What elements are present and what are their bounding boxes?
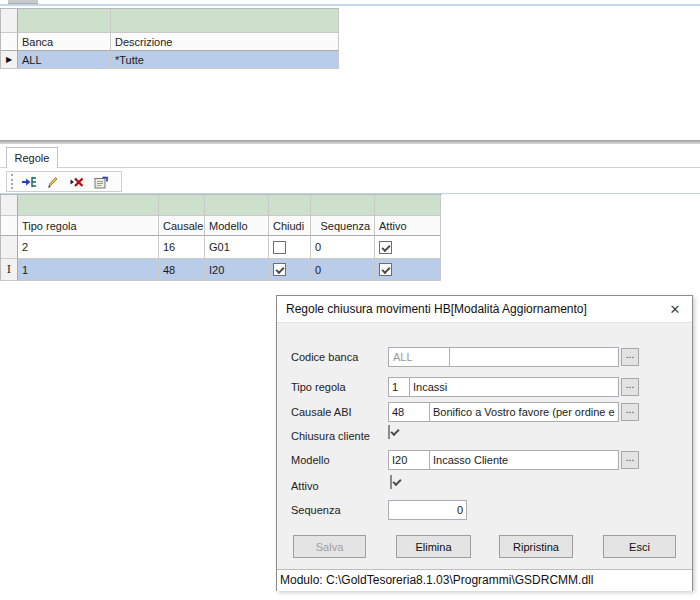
cell-sequenza[interactable]: 0 (311, 259, 375, 281)
toolbar-group (6, 171, 122, 192)
cell-tipo-regola[interactable]: 2 (18, 236, 159, 259)
cell-banca[interactable]: ALL (18, 51, 111, 69)
band-cell (159, 195, 205, 216)
chiudi-checkbox[interactable] (273, 241, 286, 254)
row-header-cell[interactable] (1, 216, 18, 236)
column-header-tipo-regola[interactable]: Tipo regola (18, 216, 159, 236)
cell-modello[interactable]: I20 (205, 259, 269, 281)
causale-abi-label: Causale ABI (291, 406, 352, 418)
codice-banca-code[interactable]: ALL (389, 348, 450, 366)
band-cell (18, 9, 111, 33)
column-header-causale[interactable]: Causale (159, 216, 205, 236)
rules-grid-header-row: Tipo regola Causale Modello Chiudi Seque… (1, 216, 442, 236)
delete-record-icon[interactable] (68, 173, 86, 191)
band-cell (311, 195, 375, 216)
cell-chiudi[interactable] (269, 236, 311, 259)
band-cell (205, 195, 269, 216)
row-selector-cell[interactable] (1, 236, 18, 259)
tipo-regola-label: Tipo regola (291, 381, 346, 393)
chiusura-cliente-checkbox[interactable] (388, 425, 390, 439)
banks-grid-row[interactable]: ▶ ALL *Tutte (1, 51, 339, 69)
insert-record-icon[interactable] (20, 173, 38, 191)
dialog-title: Regole chiusura movimenti HB[Modalità Ag… (277, 302, 587, 316)
column-header-modello[interactable]: Modello (205, 216, 269, 236)
column-header-attivo[interactable]: Attivo (375, 216, 441, 236)
edit-mode-ibeam-icon: I (7, 263, 11, 276)
modello-description: Incasso Cliente (429, 450, 619, 470)
cell-causale[interactable]: 48 (159, 259, 205, 281)
tipo-regola-browse-button[interactable]: ... (621, 378, 639, 396)
panel-top-border (0, 4, 700, 6)
column-header-chiudi[interactable]: Chiudi (269, 216, 311, 236)
column-header-sequenza[interactable]: Sequenza (311, 216, 375, 236)
banks-grid-header-row: Banca Descrizione (1, 33, 339, 51)
band-cell (269, 195, 311, 216)
toolbar (0, 169, 700, 193)
banks-grid-band (1, 9, 339, 33)
band-cell (375, 195, 441, 216)
chiudi-checkbox[interactable] (273, 263, 286, 276)
rules-grid-row[interactable]: I 1 48 I20 0 (1, 259, 442, 281)
causale-abi-description: Bonifico a Vostro favore (per ordine e c… (429, 402, 619, 422)
cell-tipo-regola[interactable]: 1 (18, 259, 159, 281)
sequenza-input[interactable]: 0 (388, 500, 467, 520)
esci-button[interactable]: Esci (603, 535, 676, 558)
row-selector-cell[interactable]: I (1, 259, 18, 281)
current-row-arrow-icon: ▶ (6, 56, 12, 64)
modello-code-input[interactable]: I20 (388, 450, 430, 470)
cell-sequenza[interactable]: 0 (311, 236, 375, 259)
sequenza-label: Sequenza (291, 504, 341, 516)
rules-dialog: Regole chiusura movimenti HB[Modalità Ag… (276, 295, 693, 591)
band-cell (18, 195, 159, 216)
column-header-banca[interactable]: Banca (18, 33, 111, 51)
corner-cell (1, 9, 18, 33)
record-properties-icon[interactable] (92, 173, 110, 191)
salva-button: Salva (293, 535, 366, 558)
attivo-checkbox[interactable] (379, 263, 392, 276)
cell-descrizione[interactable]: *Tutte (111, 51, 339, 69)
codice-banca-label: Codice banca (291, 351, 358, 363)
causale-abi-code-input[interactable]: 48 (388, 402, 430, 422)
cell-modello[interactable]: G01 (205, 236, 269, 259)
rules-grid-band (1, 195, 442, 216)
rules-grid-row[interactable]: 2 16 G01 0 (1, 236, 442, 259)
row-selector-cell[interactable]: ▶ (1, 51, 18, 69)
tab-strip: Regole (0, 146, 700, 168)
cell-attivo[interactable] (375, 259, 441, 281)
cell-chiudi[interactable] (269, 259, 311, 281)
ripristina-button[interactable]: Ripristina (499, 535, 573, 558)
modello-browse-button[interactable]: ... (621, 451, 639, 469)
tipo-regola-description: Incassi (409, 377, 619, 397)
column-header-descrizione[interactable]: Descrizione (111, 33, 339, 51)
cell-causale[interactable]: 16 (159, 236, 205, 259)
tab-regole[interactable]: Regole (6, 147, 58, 168)
codice-banca-browse-button[interactable]: ... (621, 348, 639, 366)
dialog-titlebar[interactable]: Regole chiusura movimenti HB[Modalità Ag… (277, 296, 692, 323)
elimina-button[interactable]: Elimina (396, 535, 471, 558)
codice-banca-field[interactable]: ALL (388, 347, 619, 367)
edit-record-icon[interactable] (44, 173, 62, 191)
chiusura-cliente-label: Chiusura cliente (291, 430, 370, 442)
attivo-checkbox[interactable] (379, 241, 392, 254)
rules-grid: Tipo regola Causale Modello Chiudi Seque… (0, 194, 442, 281)
causale-abi-browse-button[interactable]: ... (621, 403, 639, 421)
corner-cell (1, 195, 18, 216)
row-header-cell[interactable] (1, 33, 18, 51)
dialog-status-bar: Modulo: C:\GoldTesoreria8.1.03\Programmi… (277, 569, 692, 591)
attivo-checkbox[interactable] (390, 475, 392, 489)
banks-grid: Banca Descrizione ▶ ALL *Tutte (0, 8, 339, 69)
toolbar-grip[interactable] (11, 174, 14, 189)
attivo-label: Attivo (291, 480, 319, 492)
band-cell (111, 9, 339, 33)
close-icon[interactable]: ✕ (658, 296, 692, 322)
section-separator (0, 140, 700, 144)
tipo-regola-code-input[interactable]: 1 (388, 377, 410, 397)
codice-banca-description[interactable] (450, 348, 618, 366)
modello-label: Modello (291, 454, 330, 466)
cell-attivo[interactable] (375, 236, 441, 259)
